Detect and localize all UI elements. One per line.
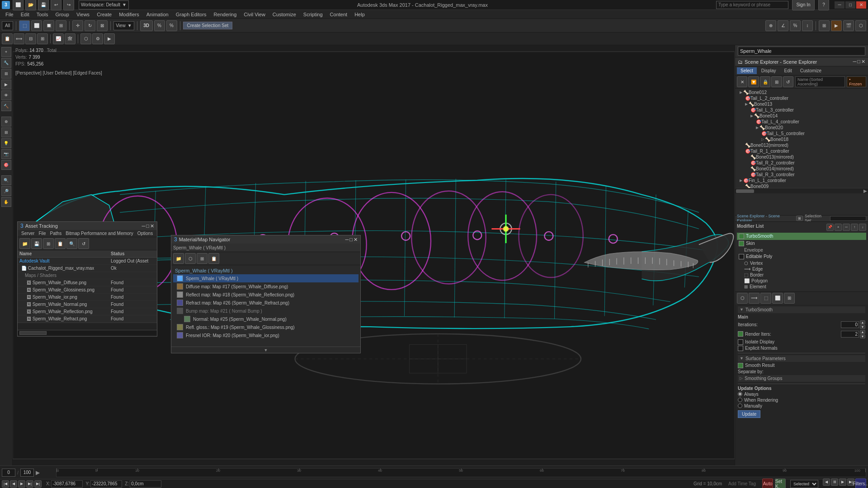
spinner-snap-btn[interactable]: ↕	[802, 20, 813, 31]
menu-tools[interactable]: Tools	[33, 10, 52, 19]
menu-graph-editors[interactable]: Graph Editors	[172, 10, 210, 19]
view-dropdown[interactable]: View ▼	[113, 21, 134, 30]
filters-btn[interactable]: Filters...	[855, 479, 866, 488]
se-min-btn[interactable]: ─	[853, 59, 857, 65]
table-row[interactable]: 🖼 Sperm_Whale_Diffuse.png Found	[18, 279, 157, 286]
total-frames-input[interactable]	[20, 469, 34, 477]
se-content[interactable]: ▶🦴 Bone012 🎯 Tail_L_2_controller ▶🦴 Bone…	[735, 89, 868, 188]
material-btn[interactable]: ⬡	[855, 20, 866, 31]
curve-editor-btn[interactable]: 📈	[53, 33, 64, 44]
menu-animation[interactable]: Animation	[143, 10, 172, 19]
mod-del-btn[interactable]: ─	[843, 224, 850, 231]
asset-menu-bitmap[interactable]: Bitmap Performance and Memory	[64, 230, 135, 236]
viewport[interactable]: Polys: 14 370 Total Verts: 7 399 FPS: 54…	[13, 45, 735, 465]
mod-icon-vertex[interactable]: ⬡	[737, 293, 748, 304]
create-selection-set-btn[interactable]: Create Selection Set	[183, 22, 233, 29]
table-row[interactable]: 📄 Cachalot_Rigged_max_vray.max Ok	[18, 265, 157, 272]
list-item[interactable]: 🎯 Tail_R_2_controller	[736, 160, 867, 166]
render-btn[interactable]: ▶	[831, 20, 842, 31]
se-tab-customize[interactable]: Customize	[797, 67, 825, 74]
mod-up-btn[interactable]: ↑	[851, 224, 858, 231]
mat-item[interactable]: Refract map: Map #26 (Sperm_Whale_Refrac…	[173, 299, 359, 307]
mat-tb3[interactable]: ⊞	[197, 253, 208, 264]
select-btn[interactable]: ⬚	[19, 20, 30, 31]
ts-render-down[interactable]: ▼	[860, 334, 865, 338]
set-key-btn[interactable]: Set K.	[775, 479, 786, 488]
asset-menu-server[interactable]: Server	[19, 230, 36, 236]
ts-render-cb[interactable]	[738, 331, 743, 337]
filter-btn[interactable]: ⊞	[831, 479, 838, 486]
perspective-lt-btn[interactable]: 🎯	[1, 160, 11, 170]
named-sel-btn[interactable]: 📋	[2, 33, 13, 44]
mat-item[interactable]: Normal: Map #25 (Sperm_Whale_Normal.png)	[173, 315, 359, 323]
y-input[interactable]	[90, 480, 122, 488]
light-lt-btn[interactable]: 💡	[1, 138, 11, 148]
mat-scroll-down[interactable]: ▼	[171, 347, 360, 353]
snap-lt-btn[interactable]: ⊕	[1, 117, 11, 127]
align-btn[interactable]: ⊟	[25, 33, 36, 44]
ts-explicit-check[interactable]: Explicit Normals	[738, 346, 778, 351]
mat-item[interactable]: Bump map: Map #21 ( Normal Bump )	[173, 307, 359, 315]
material-editor-btn[interactable]: ⬡	[80, 33, 91, 44]
ts-render-iter-check[interactable]: Render Iters:	[738, 331, 771, 337]
create-lt-btn[interactable]: +	[1, 47, 11, 57]
ts-isolate-check[interactable]: Isolate Display	[738, 339, 774, 345]
radio-manually-dot[interactable]	[738, 404, 742, 408]
percent2-btn[interactable]: %	[166, 20, 177, 31]
mod-icon-edge[interactable]: ⟶	[749, 293, 760, 304]
menu-help[interactable]: Help	[351, 10, 368, 19]
radio-when-rendering[interactable]: When Rendering	[738, 398, 865, 403]
maximize-btn[interactable]: □	[845, 1, 855, 9]
list-item[interactable]: 🦴 Bone012(mirrored)	[736, 142, 867, 148]
radio-manually[interactable]: Manually	[738, 404, 865, 408]
mat-min-btn[interactable]: ─	[345, 237, 349, 243]
asset-scrollbar[interactable]	[19, 331, 47, 335]
mat-tb4[interactable]: 📋	[208, 253, 219, 264]
select-object-btn[interactable]: 🔲	[43, 20, 54, 31]
menu-create[interactable]: Create	[93, 10, 115, 19]
modify-lt-btn[interactable]: 🔧	[1, 58, 11, 68]
se-tab-select[interactable]: Select	[737, 67, 757, 74]
menu-views[interactable]: Views	[73, 10, 93, 19]
z-input[interactable]	[130, 480, 161, 488]
mod-checkbox-ep[interactable]	[739, 254, 744, 259]
open-btn[interactable]: 📂	[25, 0, 36, 10]
timeline-track[interactable]: 0 5 10 20 30 40 50 60 70 80 90 100	[56, 468, 866, 477]
modifier-skin[interactable]: Skin	[737, 240, 866, 247]
list-item[interactable]: 🎯 Tail_L_3_controller	[736, 107, 867, 113]
mat-item[interactable]: Diffuse map: Map #17 (Sperm_Whale_Diffus…	[173, 282, 359, 291]
mod-vertex[interactable]: ⬡ Vertex	[737, 260, 866, 266]
minimize-btn[interactable]: ─	[835, 1, 844, 9]
ts-smooth-check[interactable]: Smooth Result	[738, 363, 775, 368]
help-btn[interactable]: ?	[818, 0, 829, 10]
asset-close-btn[interactable]: ✕	[150, 223, 154, 229]
menu-edit[interactable]: Edit	[17, 10, 33, 19]
goto-start-btn[interactable]: |◀	[2, 480, 9, 488]
camera-lt-btn[interactable]: 📷	[1, 149, 11, 159]
auto-key-btn[interactable]: Auto	[762, 479, 773, 488]
mod-icon-elem[interactable]: ⊞	[784, 293, 795, 304]
search-input[interactable]	[716, 1, 788, 9]
timeline-play-btn[interactable]: ▶	[36, 469, 40, 476]
select-region-btn[interactable]: ⬜	[31, 20, 42, 31]
ts-render-up[interactable]: ▲	[860, 330, 865, 334]
play-btn[interactable]: ▶	[18, 480, 25, 488]
list-item[interactable]: ▶🦴 Bone013	[736, 101, 867, 107]
table-row[interactable]: 🖼 Sperm_Whale_Normal.png Found	[18, 301, 157, 308]
mat-tb2[interactable]: ⬡	[185, 253, 196, 264]
render2-btn[interactable]: 🎬	[843, 20, 854, 31]
next-frame-btn[interactable]: ▶|	[26, 480, 33, 488]
display-lt-btn[interactable]: 👁	[1, 90, 11, 100]
table-row[interactable]: 🖼 Sperm_Whale_Refract.png Found	[18, 315, 157, 323]
table-row[interactable]: 🖼 Sperm_Whale_Glossiness.png Found	[18, 286, 157, 294]
grid-lt-btn[interactable]: ⊞	[1, 127, 11, 137]
asset-menu-paths[interactable]: Paths	[48, 230, 64, 236]
x-input[interactable]	[51, 480, 83, 488]
mat-tb1[interactable]: 📁	[173, 253, 184, 264]
undo-btn[interactable]: ↩	[51, 0, 61, 10]
object-name-input[interactable]	[738, 47, 865, 56]
asset-menu-file[interactable]: File	[37, 230, 47, 236]
mod-element[interactable]: ⊞ Element	[737, 284, 866, 290]
smoothing-groups-header[interactable]: ▷ Smoothing Groups	[738, 375, 865, 382]
mod-icon-border[interactable]: ⬚	[760, 293, 771, 304]
